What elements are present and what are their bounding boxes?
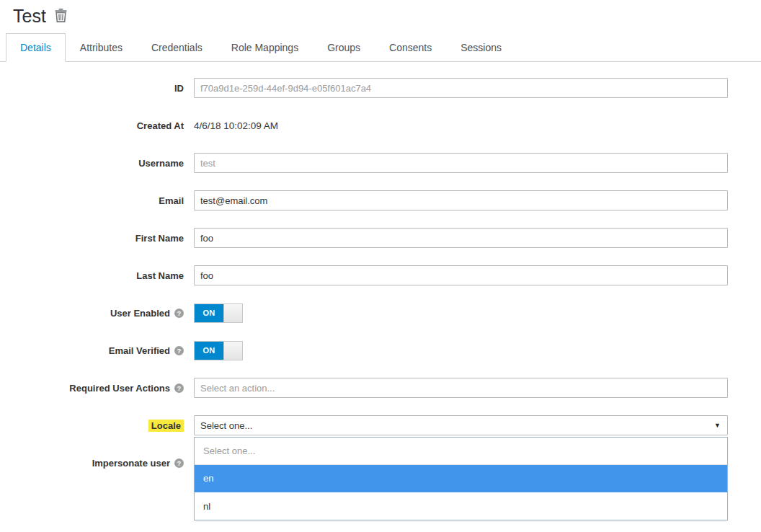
created-at-label: Created At — [0, 120, 184, 131]
required-actions-label: Required User Actions ? — [0, 383, 184, 394]
first-name-field[interactable] — [194, 228, 728, 248]
first-name-label: First Name — [0, 233, 184, 244]
required-actions-row: Required User Actions ? — [0, 378, 728, 398]
chevron-down-icon: ▼ — [714, 422, 721, 429]
locale-label: Locale — [0, 420, 184, 432]
id-row: ID — [0, 78, 728, 98]
locale-option-select-one[interactable]: Select one... — [195, 438, 727, 465]
email-field[interactable] — [194, 190, 728, 210]
help-icon[interactable]: ? — [174, 384, 184, 393]
created-at-row: Created At 4/6/18 10:02:09 AM — [0, 115, 728, 136]
page-title: Test — [13, 7, 46, 25]
last-name-row: Last Name — [0, 265, 728, 285]
locale-select-wrap: Select one... ▼ Select one... en nl — [194, 415, 728, 435]
svg-text:?: ? — [177, 384, 181, 391]
created-at-value: 4/6/18 10:02:09 AM — [194, 120, 728, 131]
tab-details[interactable]: Details — [6, 33, 66, 62]
user-details-form: ID Created At 4/6/18 10:02:09 AM Usernam… — [0, 62, 761, 473]
help-icon[interactable]: ? — [174, 346, 184, 355]
first-name-row: First Name — [0, 228, 728, 248]
email-verified-row: Email Verified ? ON — [0, 340, 728, 360]
impersonate-label-text: Impersonate user — [92, 458, 170, 469]
email-label: Email — [0, 195, 184, 206]
toggle-handle — [223, 304, 242, 322]
trash-icon — [55, 9, 67, 25]
last-name-field[interactable] — [194, 265, 728, 285]
toggle-on-label: ON — [195, 342, 223, 360]
locale-dropdown: Select one... en nl — [194, 437, 728, 520]
email-verified-label: Email Verified ? — [0, 345, 184, 356]
svg-text:?: ? — [177, 459, 181, 466]
locale-label-highlighted-text: Locale — [148, 420, 184, 432]
user-enabled-toggle[interactable]: ON — [194, 303, 243, 323]
svg-text:?: ? — [177, 347, 181, 354]
tab-credentials[interactable]: Credentials — [137, 33, 217, 62]
required-actions-input[interactable] — [194, 378, 728, 398]
username-input[interactable] — [194, 153, 728, 173]
user-tabs: Details Attributes Credentials Role Mapp… — [0, 33, 761, 62]
username-label: Username — [0, 158, 184, 169]
locale-option-en[interactable]: en — [195, 465, 727, 492]
help-icon[interactable]: ? — [174, 309, 184, 318]
id-label: ID — [0, 83, 184, 94]
last-name-label: Last Name — [0, 270, 184, 281]
email-verified-toggle[interactable]: ON — [194, 341, 243, 360]
tab-groups[interactable]: Groups — [313, 33, 375, 62]
required-actions-label-text: Required User Actions — [69, 383, 170, 394]
tab-sessions[interactable]: Sessions — [446, 33, 516, 62]
delete-user-button[interactable] — [55, 6, 67, 25]
tab-attributes[interactable]: Attributes — [66, 33, 137, 62]
email-verified-label-text: Email Verified — [109, 345, 170, 356]
user-enabled-row: User Enabled ? ON — [0, 303, 728, 323]
locale-select[interactable]: Select one... ▼ — [194, 415, 728, 435]
user-enabled-label: User Enabled ? — [0, 308, 184, 319]
locale-option-nl[interactable]: nl — [195, 492, 727, 520]
locale-selected-value: Select one... — [200, 420, 252, 431]
username-row: Username — [0, 153, 728, 173]
toggle-on-label: ON — [195, 304, 223, 322]
page-header: Test — [0, 0, 761, 29]
svg-text:?: ? — [177, 309, 181, 316]
tab-role-mappings[interactable]: Role Mappings — [217, 33, 313, 62]
user-enabled-label-text: User Enabled — [110, 308, 170, 319]
email-row: Email — [0, 190, 728, 210]
tab-consents[interactable]: Consents — [375, 33, 446, 62]
id-input[interactable] — [194, 78, 728, 98]
locale-row: Locale Select one... ▼ Select one... en … — [0, 415, 728, 435]
toggle-handle — [223, 342, 242, 360]
help-icon[interactable]: ? — [174, 458, 184, 468]
impersonate-label: Impersonate user ? — [0, 458, 184, 469]
